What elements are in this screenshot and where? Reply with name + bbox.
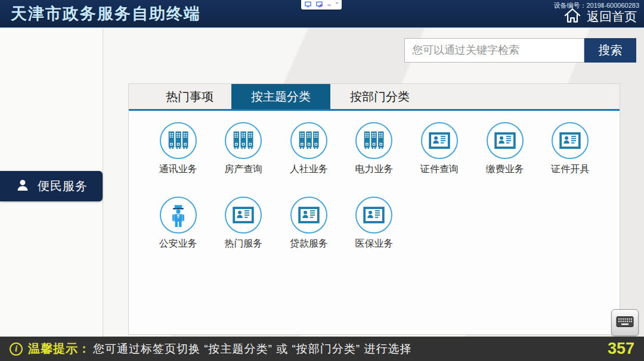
cabinet-icon: [160, 122, 197, 159]
tab-bar: 热门事项 按主题分类 按部门分类: [129, 84, 620, 109]
info-icon: i: [10, 343, 23, 356]
idcard-icon: [355, 197, 392, 234]
idcard-icon: [421, 122, 458, 159]
cabinet-icon: [290, 122, 327, 159]
home-icon: [564, 7, 581, 26]
service-label: 证件开具: [551, 163, 589, 176]
display-badge-icon[interactable]: [316, 0, 323, 10]
service-label: 房产查询: [224, 163, 262, 176]
idcard-icon: [290, 197, 327, 234]
keyboard-icon: [616, 316, 634, 330]
idcard-icon: [487, 122, 524, 159]
search-input[interactable]: [404, 38, 584, 63]
tab-hot-items[interactable]: 热门事项: [148, 84, 231, 109]
service-label: 通讯业务: [159, 163, 197, 176]
service-item-loan-services[interactable]: 贷款服务: [276, 197, 342, 271]
return-home-label: 返回首页: [587, 8, 637, 25]
service-item-social-security[interactable]: 人社业务: [276, 122, 342, 197]
sidebar-item-label: 便民服务: [38, 178, 88, 194]
service-item-medical-insurance[interactable]: 医保业务: [342, 197, 407, 271]
service-label: 人社业务: [290, 163, 328, 176]
idcard-icon: [552, 122, 589, 159]
idcard-icon: [225, 197, 262, 234]
tab-by-topic[interactable]: 按主题分类: [231, 84, 330, 109]
service-item-public-security[interactable]: 公安业务: [145, 197, 211, 271]
service-label: 证件查询: [420, 163, 459, 176]
tab-underline: [129, 109, 620, 111]
countdown-counter: 357: [608, 340, 634, 358]
footer-tip-bar: i 温馨提示： 您可通过标签页切换 “按主题分类” 或 “按部门分类” 进行选择…: [0, 337, 644, 361]
cabinet-icon: [225, 122, 262, 159]
sidebar-item-convenience-services[interactable]: 便民服务: [0, 171, 103, 201]
service-item-certificate-query[interactable]: 证件查询: [407, 122, 472, 197]
tab-by-department[interactable]: 按部门分类: [330, 84, 429, 109]
service-item-telecom[interactable]: 通讯业务: [145, 122, 211, 197]
display-icon[interactable]: [305, 0, 311, 10]
service-label: 医保业务: [355, 238, 393, 250]
service-item-certificate-issue[interactable]: 证件开具: [537, 122, 603, 197]
virtual-keyboard-button[interactable]: [611, 309, 639, 336]
service-item-electric-power[interactable]: 电力业务: [342, 122, 407, 197]
person-icon: [16, 179, 29, 194]
service-label: 缴费业务: [486, 163, 524, 176]
police-icon: [160, 197, 197, 234]
tip-text: 您可通过标签页切换 “按主题分类” 或 “按部门分类” 进行选择: [93, 341, 411, 357]
overlay-toolbar: – ˇ: [301, 0, 342, 10]
minimize-icon[interactable]: –: [327, 1, 331, 9]
chevron-down-icon[interactable]: ˇ: [336, 1, 338, 9]
content-panel: 热门事项 按主题分类 按部门分类 通讯业务 房产查询 人社业务 电力业务: [128, 83, 620, 335]
service-item-real-estate[interactable]: 房产查询: [211, 122, 277, 197]
cabinet-icon: [355, 122, 392, 159]
service-grid: 通讯业务 房产查询 人社业务 电力业务 证件查询 缴费业务: [129, 109, 620, 271]
service-item-hot-services[interactable]: 热门服务: [211, 197, 277, 271]
tip-prefix: 温馨提示：: [28, 341, 91, 357]
search-button[interactable]: 搜索: [584, 38, 636, 63]
service-item-payment[interactable]: 缴费业务: [472, 122, 538, 197]
app-title: 天津市政务服务自助终端: [11, 0, 201, 28]
terminal-screen: 天津市政务服务自助终端 设备编号：2019Ⅱ-600060283 返回首页 – …: [0, 0, 644, 361]
service-label: 电力业务: [355, 163, 393, 176]
service-label: 公安业务: [159, 238, 197, 250]
service-label: 贷款服务: [290, 238, 328, 250]
return-home-button[interactable]: 返回首页: [564, 7, 637, 26]
service-label: 热门服务: [224, 238, 262, 250]
